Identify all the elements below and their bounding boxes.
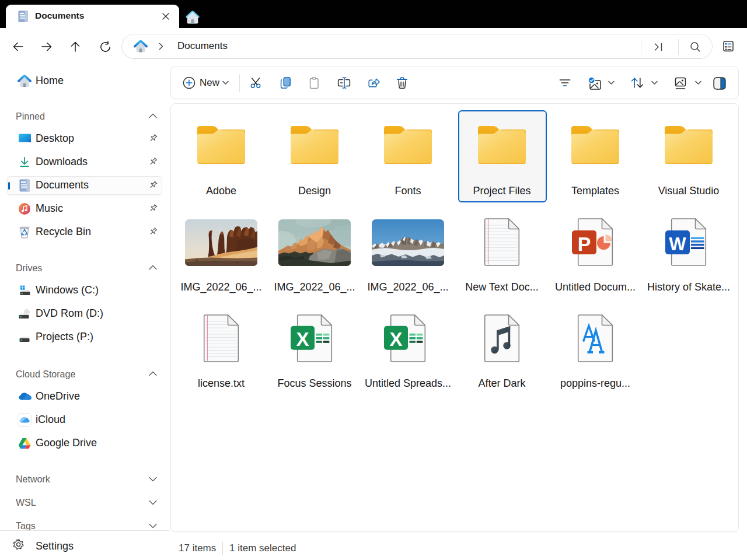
svg-text:W: W: [669, 234, 686, 254]
svg-text:X: X: [389, 328, 402, 350]
svg-text:P: P: [578, 233, 591, 255]
svg-text:X: X: [296, 328, 309, 350]
